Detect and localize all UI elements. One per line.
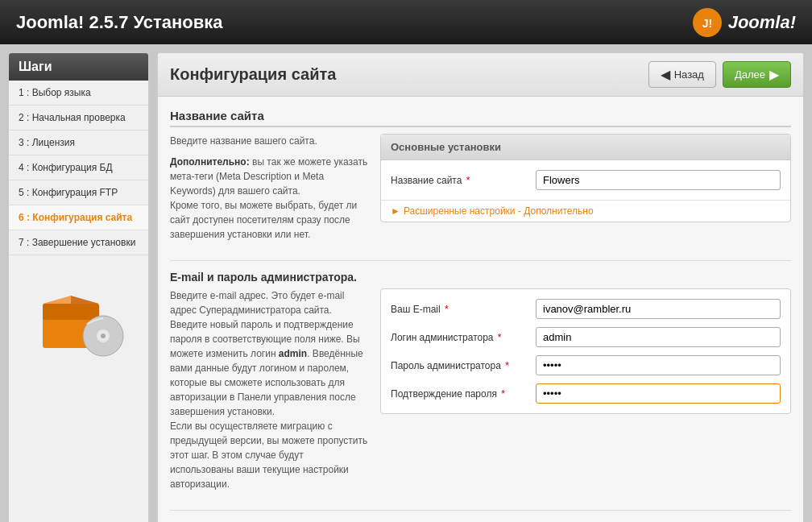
- login-field-row: Логин администратора *: [391, 327, 781, 347]
- site-name-left: Введите название вашего сайта. Дополните…: [170, 134, 368, 248]
- content-title: Конфигурация сайта: [170, 65, 336, 84]
- password-input[interactable]: [536, 355, 781, 375]
- svg-marker-4: [43, 296, 71, 304]
- login-input[interactable]: [536, 327, 781, 347]
- svg-point-8: [101, 334, 106, 338]
- admin-left: Введите e-mail адрес. Это будет e-mail а…: [170, 288, 368, 498]
- site-name-additional: Дополнительно: вы так же можете указать …: [170, 155, 368, 242]
- sidebar: Шаги 1 : Выбор языка 2 : Начальная прове…: [8, 52, 149, 522]
- admin-settings-panel: Ваш E-mail * Логин администратора *: [380, 288, 791, 414]
- sidebar-item-5[interactable]: 5 : Конфигурация FTP: [9, 180, 148, 205]
- advanced-link-text: Расширенные настройки - Дополнительно: [404, 205, 594, 217]
- back-icon: ◀: [661, 67, 670, 82]
- confirm-required: *: [501, 388, 505, 400]
- box-illustration: [31, 271, 127, 360]
- sidebar-item-3[interactable]: 3 : Лицензия: [9, 130, 148, 155]
- sidebar-title: Шаги: [9, 53, 148, 81]
- additional-strong: Дополнительно:: [170, 156, 250, 168]
- joomla-logo-text: Joomla!: [728, 12, 796, 33]
- admin-right: Ваш E-mail * Логин администратора *: [380, 288, 791, 498]
- sidebar-item-2[interactable]: 2 : Начальная проверка: [9, 106, 148, 130]
- site-name-input[interactable]: [536, 170, 781, 190]
- login-label: Логин администратора *: [391, 332, 536, 343]
- header: Joomla! 2.5.7 Установка J! Joomla!: [0, 0, 812, 44]
- main-container: Шаги 1 : Выбор языка 2 : Начальная прове…: [0, 44, 812, 522]
- site-name-right: Основные установки Название сайта *: [380, 134, 791, 248]
- confirm-input[interactable]: [536, 383, 781, 404]
- settings-panel: Основные установки Название сайта *: [380, 134, 791, 222]
- svg-rect-3: [43, 304, 99, 320]
- settings-panel-body: Название сайта *: [381, 160, 790, 200]
- content-area: Конфигурация сайта ◀ Назад Далее ▶ Назва…: [157, 52, 804, 522]
- site-name-label: Название сайта *: [391, 175, 536, 186]
- header-title: Joomla! 2.5.7 Установка: [16, 12, 223, 33]
- next-button[interactable]: Далее ▶: [723, 61, 791, 88]
- login-required: *: [498, 332, 502, 343]
- nav-buttons: ◀ Назад Далее ▶: [648, 61, 791, 88]
- sidebar-item-4[interactable]: 4 : Конфигурация БД: [9, 155, 148, 180]
- advanced-link[interactable]: ► Расширенные настройки - Дополнительно: [381, 200, 790, 222]
- sidebar-item-6[interactable]: 6 : Конфигурация сайта: [9, 205, 148, 230]
- site-name-description: Введите название вашего сайта.: [170, 134, 368, 148]
- site-name-field-row: Название сайта *: [391, 170, 781, 190]
- svg-text:J!: J!: [702, 17, 711, 30]
- sidebar-item-1[interactable]: 1 : Выбор языка: [9, 81, 148, 106]
- email-required: *: [445, 304, 449, 315]
- email-input[interactable]: [536, 299, 781, 319]
- site-name-section-title: Название сайта: [170, 109, 791, 127]
- next-icon: ▶: [769, 67, 779, 82]
- confirm-field-row: Подтверждение пароля *: [391, 383, 781, 404]
- back-label: Назад: [674, 68, 704, 81]
- sidebar-image-area: [9, 263, 148, 368]
- next-label: Далее: [735, 68, 765, 81]
- admin-section-title: E-mail и пароль администратора.: [170, 271, 791, 284]
- advanced-arrow: ►: [391, 205, 400, 217]
- sidebar-item-7[interactable]: 7 : Завершение установки: [9, 230, 148, 255]
- site-name-required: *: [466, 175, 470, 186]
- email-label: Ваш E-mail *: [391, 304, 536, 315]
- content-header: Конфигурация сайта ◀ Назад Далее ▶: [158, 53, 803, 97]
- password-field-row: Пароль администратора *: [391, 355, 781, 375]
- svg-marker-5: [71, 296, 99, 304]
- joomla-logo: J! Joomla!: [691, 6, 796, 39]
- email-field-row: Ваш E-mail *: [391, 299, 781, 319]
- confirm-label: Подтверждение пароля *: [391, 388, 536, 400]
- content-body: Название сайта Введите название вашего с…: [158, 97, 803, 522]
- back-button[interactable]: ◀ Назад: [648, 61, 716, 88]
- password-label: Пароль администратора *: [391, 360, 536, 371]
- admin-description: Введите e-mail адрес. Это будет e-mail а…: [170, 288, 368, 491]
- section-divider-2: [170, 510, 791, 511]
- admin-layout: Введите e-mail адрес. Это будет e-mail а…: [170, 288, 791, 498]
- site-name-layout: Введите название вашего сайта. Дополните…: [170, 134, 791, 248]
- settings-panel-header: Основные установки: [381, 135, 790, 160]
- joomla-logo-icon: J!: [691, 6, 723, 39]
- password-required: *: [505, 360, 509, 371]
- admin-section: E-mail и пароль администратора. Введите …: [170, 271, 791, 498]
- admin-settings-body: Ваш E-mail * Логин администратора *: [381, 289, 790, 413]
- section-divider-1: [170, 260, 791, 261]
